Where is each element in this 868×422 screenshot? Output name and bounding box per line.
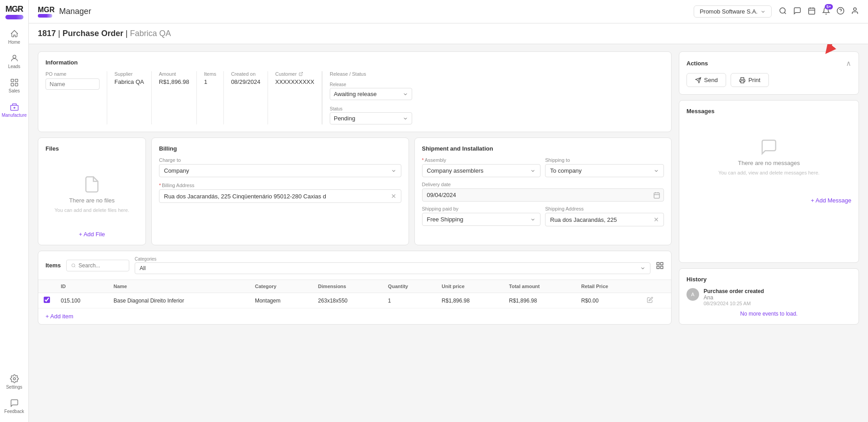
messages-empty: There are no messages You can add, view … [686,120,851,193]
actions-header: Actions ∧ [686,59,851,68]
billing-address-clear-button[interactable]: ✕ [391,193,396,200]
status-value: Pending [334,115,355,122]
billing-address-label: Billing Address [159,183,401,188]
svg-rect-2 [15,79,18,82]
print-button[interactable]: Print [731,73,769,87]
shipping-address-input[interactable]: Rua dos Jacarandás, 225 ✕ [545,213,664,226]
history-event-user: Ana [704,294,764,301]
chevron-down-icon [760,9,766,14]
shipping-address-label: Shipping Address [545,206,664,211]
amount-col: Amount R$1,896.98 [152,71,197,124]
categories-value: All [140,265,145,271]
shipping-to-field: Shipping to To company [545,157,664,177]
shipping-paid-label: Shipping paid by [422,206,541,211]
created-col: Created on 08/29/2024 [224,71,268,124]
history-no-more: No more events to load. [686,311,851,317]
sidebar-logo: MGR [5,5,23,19]
company-selector[interactable]: Promob Software S.A. [694,5,772,18]
row-checkbox[interactable] [44,297,50,303]
search-icon [779,7,787,15]
messages-empty-sub: You can add, view and delete messages he… [718,170,820,175]
shipping-to-select[interactable]: To company [545,164,664,177]
billing-header: Billing [159,145,401,152]
brand-name: Manager [59,7,91,16]
chevron-down-charge-icon [391,168,396,174]
history-avatar: A [686,288,699,301]
sidebar-item-feedback[interactable]: Feedback [3,395,26,417]
leads-icon [10,54,19,63]
sidebar-item-home[interactable]: Home [3,26,26,48]
svg-rect-25 [661,266,663,268]
history-event-title: Purchase order created [704,288,764,294]
release-status-label: Release / Status [330,71,412,77]
search-input[interactable] [78,262,124,269]
assembly-value: Company assemblers [427,167,484,174]
delivery-date-input[interactable] [422,188,664,202]
charge-to-value: Company [164,167,189,174]
search-box[interactable] [66,260,129,271]
files-empty: There are no files You can add and delet… [45,157,138,231]
assembly-select[interactable]: Company assemblers [422,164,541,177]
chevron-down-shipping-paid-icon [530,217,536,222]
svg-rect-1 [11,79,14,82]
svg-line-21 [74,266,75,267]
chat-icon [793,7,801,15]
red-arrow-indicator [804,44,841,54]
sidebar-item-settings[interactable]: Settings [3,371,26,393]
messages-header: Messages [686,108,851,115]
calendar-date-icon[interactable] [653,192,660,199]
release-select[interactable]: Awaiting release [330,88,412,100]
add-message-button[interactable]: + Add Message [811,197,851,204]
sidebar-item-sales[interactable]: Sales [3,74,26,97]
delivery-date-field: Delivery date [422,182,664,202]
info-grid: PO name Supplier Fabrica QA Amount R$1,8… [45,71,664,124]
shipping-paid-select[interactable]: Free Shipping [422,213,541,226]
send-button[interactable]: Send [686,73,726,87]
history-card: History A Purchase order created Ana 08/… [679,268,859,325]
categories-select[interactable]: All [135,262,650,274]
billing-address-input[interactable]: Rua dos Jacarandás, 225 Cinqüentenário 9… [159,189,401,203]
grid-view-icon[interactable] [656,261,664,270]
help-icon [836,7,845,15]
status-select[interactable]: Pending [330,112,412,124]
chat-button[interactable] [793,7,801,16]
po-name-col: PO name [45,71,107,124]
edit-row-icon[interactable] [647,297,653,303]
manufacture-icon [10,102,19,111]
svg-rect-23 [661,262,663,265]
add-file-button[interactable]: + Add File [79,231,105,238]
search-items-icon [71,263,76,268]
col-name: Name [108,280,250,293]
actions-collapse-button[interactable]: ∧ [846,59,851,68]
sidebar-item-feedback-label: Feedback [5,409,24,414]
amount-value: R$1,896.98 [159,78,189,85]
shipping-address-clear-button[interactable]: ✕ [654,216,659,223]
assembly-label: Assembly [422,157,541,163]
help-button[interactable] [836,7,845,16]
history-item: A Purchase order created Ana 08/29/2024 … [686,288,851,306]
shipping-paid-value: Free Shipping [427,216,464,223]
customer-col: Customer XXXXXXXXXX [268,71,322,124]
notifications-button[interactable]: 5+ [822,7,830,16]
svg-rect-3 [11,83,14,86]
user-icon [851,7,859,15]
sidebar-item-manufacture-label: Manufacture [2,113,27,118]
shipment-card: Shipment and Installation Assembly Compa… [414,138,672,245]
col-retail-price: Retail Price [576,280,641,293]
sidebar-item-leads[interactable]: Leads [3,50,26,73]
shipment-grid: Assembly Company assemblers Shipping to … [422,157,664,226]
user-button[interactable] [851,7,859,16]
sidebar-item-manufacture[interactable]: Manufacture [3,99,26,121]
add-item-button[interactable]: + Add item [45,313,73,320]
actions-card: Actions ∧ Send Print [679,51,859,95]
page-section: Purchase Order [63,29,123,38]
search-button[interactable] [779,7,787,16]
calendar-icon [808,7,816,15]
sales-icon [10,78,19,87]
charge-to-select[interactable]: Company [159,164,401,177]
calendar-button[interactable] [808,7,816,16]
sidebar-bottom: Settings Feedback [3,371,26,417]
billing-address-field: Billing Address Rua dos Jacarandás, 225 … [159,183,401,203]
po-name-input[interactable] [45,78,100,90]
messages-empty-title: There are no messages [738,160,800,166]
